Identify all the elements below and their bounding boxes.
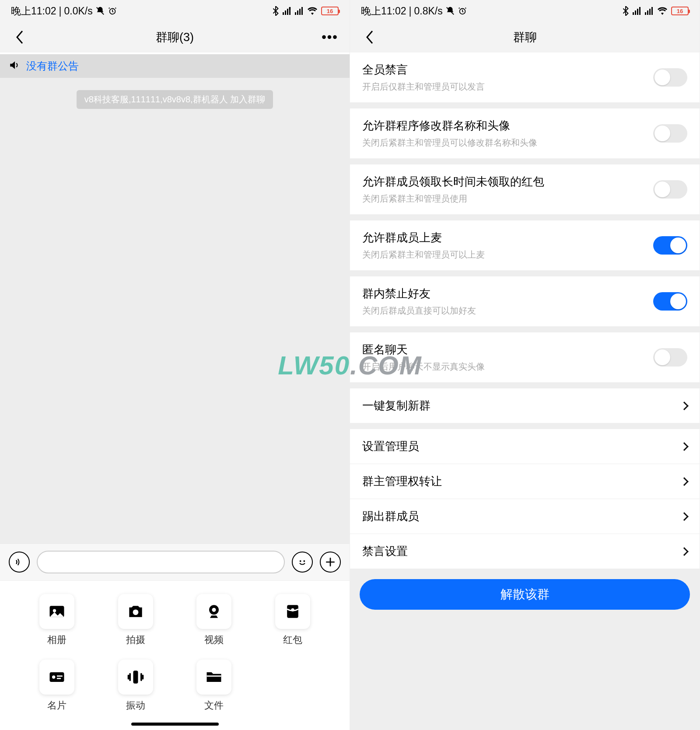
- setting-mute-all: 全员禁言开启后仅群主和管理员可以发言: [350, 52, 700, 102]
- battery-icon: 16: [321, 7, 339, 15]
- signal-icon-2: [645, 7, 654, 15]
- signal-icon: R: [283, 7, 291, 15]
- attach-album[interactable]: 相册: [18, 594, 96, 646]
- svg-rect-34: [649, 9, 651, 15]
- attach-hongbao[interactable]: 红包: [253, 594, 332, 646]
- chat-area: v8科技客服,111111,v8v8v8,群机器人 加入群聊: [0, 78, 350, 543]
- svg-rect-35: [651, 7, 653, 15]
- svg-rect-25: [207, 675, 221, 677]
- back-button[interactable]: [361, 28, 378, 46]
- wifi-icon: [307, 7, 318, 15]
- status-net: 0.8K/s: [414, 5, 443, 17]
- announcement-text: 没有群公告: [26, 59, 79, 73]
- svg-rect-24: [133, 671, 138, 683]
- svg-point-12: [303, 560, 305, 562]
- back-button[interactable]: [11, 28, 28, 46]
- svg-rect-31: [639, 7, 640, 15]
- chevron-right-icon: [680, 477, 689, 486]
- nav-bar: 群聊(3) •••: [0, 22, 350, 52]
- svg-rect-7: [295, 12, 296, 15]
- chevron-right-icon: [680, 442, 689, 451]
- svg-point-17: [212, 608, 216, 612]
- alarm-icon: [108, 6, 117, 16]
- setting-title: 匿名聊天: [362, 342, 653, 357]
- svg-rect-3: [285, 10, 286, 15]
- svg-point-11: [300, 560, 301, 562]
- alarm-icon: [458, 6, 467, 16]
- announcement-bar[interactable]: 没有群公告: [0, 52, 350, 78]
- setting-desc: 关闭后紧群主和管理员可以上麦: [362, 249, 653, 261]
- toggle-anonymous-chat[interactable]: [653, 348, 687, 367]
- link-kick-member[interactable]: 踢出群成员: [350, 499, 700, 534]
- svg-rect-8: [297, 10, 298, 15]
- mute-icon: [95, 6, 105, 16]
- link-set-admin[interactable]: 设置管理员: [350, 429, 700, 464]
- signal-icon: [633, 7, 641, 15]
- toggle-forbid-friend[interactable]: [653, 292, 687, 311]
- status-time: 晚上11:02: [361, 4, 406, 18]
- setting-anonymous-chat: 匿名聊天开启后用户聊天不显示真实头像: [350, 332, 700, 382]
- toggle-allow-edit-name[interactable]: [653, 124, 687, 143]
- setting-title: 允许群程序修改群名称和头像: [362, 118, 653, 133]
- speaker-icon: [9, 59, 20, 73]
- svg-rect-2: [283, 12, 284, 15]
- svg-rect-9: [299, 9, 301, 15]
- status-bar: 晚上11:02 | 0.8K/s 16: [350, 0, 700, 22]
- chevron-right-icon: [680, 402, 689, 410]
- setting-allow-claim-hongbao: 允许群成员领取长时间未领取的红包关闭后紧群主和管理员使用: [350, 164, 700, 214]
- attach-video[interactable]: 视频: [175, 594, 254, 646]
- attachment-panel: 相册 拍摄 视频 红包 名片 振动 文件: [0, 580, 350, 716]
- system-message: v8科技客服,111111,v8v8v8,群机器人 加入群聊: [77, 90, 273, 109]
- camera-icon: [118, 594, 153, 629]
- svg-rect-28: [633, 12, 634, 15]
- home-indicator[interactable]: [131, 723, 219, 726]
- setting-desc: 关闭后群成员直接可以加好友: [362, 305, 653, 317]
- setting-title: 全员禁言: [362, 62, 653, 77]
- setting-title: 群内禁止好友: [362, 286, 653, 301]
- setting-desc: 关闭后紧群主和管理员可以修改群名称和头像: [362, 137, 653, 149]
- page-title: 群聊: [513, 29, 537, 45]
- link-mute-settings[interactable]: 禁言设置: [350, 534, 700, 569]
- setting-title: 允许群成员上麦: [362, 230, 653, 245]
- nav-bar: 群聊: [350, 22, 700, 52]
- setting-desc: 开启后用户聊天不显示真实头像: [362, 361, 653, 373]
- svg-rect-33: [647, 10, 648, 15]
- toggle-mute-all[interactable]: [653, 68, 687, 87]
- attach-vibrate[interactable]: 振动: [96, 660, 175, 712]
- setting-allow-edit-name: 允许群程序修改群名称和头像关闭后紧群主和管理员可以修改群名称和头像: [350, 108, 700, 158]
- svg-rect-29: [635, 10, 636, 15]
- setting-title: 允许群成员领取长时间未领取的红包: [362, 174, 653, 189]
- chevron-right-icon: [680, 547, 689, 556]
- link-transfer-owner[interactable]: 群主管理权转让: [350, 464, 700, 499]
- svg-rect-20: [49, 672, 64, 682]
- message-input[interactable]: [37, 551, 285, 573]
- disband-group-button[interactable]: 解散该群: [360, 579, 690, 610]
- voice-button[interactable]: [9, 552, 30, 573]
- attach-shoot[interactable]: 拍摄: [96, 594, 175, 646]
- svg-rect-23: [57, 678, 61, 679]
- svg-rect-32: [645, 12, 646, 15]
- chevron-right-icon: [680, 512, 689, 521]
- setting-allow-mic: 允许群成员上麦关闭后紧群主和管理员可以上麦: [350, 220, 700, 270]
- svg-point-19: [291, 608, 294, 611]
- svg-point-21: [52, 675, 55, 678]
- attach-file[interactable]: 文件: [175, 660, 254, 712]
- photo-icon: [39, 594, 74, 629]
- attach-card[interactable]: 名片: [18, 660, 96, 712]
- wifi-icon: [657, 7, 668, 15]
- more-button[interactable]: •••: [321, 28, 339, 46]
- toggle-allow-mic[interactable]: [653, 236, 687, 255]
- emoji-button[interactable]: [292, 552, 313, 573]
- setting-desc: 关闭后紧群主和管理员使用: [362, 193, 653, 205]
- settings-list: 全员禁言开启后仅群主和管理员可以发言允许群程序修改群名称和头像关闭后紧群主和管理…: [350, 52, 700, 730]
- toggle-allow-claim-hongbao[interactable]: [653, 180, 687, 199]
- card-icon: [39, 660, 74, 695]
- phone-left-chat: 晚上11:02 | 0.0K/s R 16 群聊(3) ••• 没有群公告 v8…: [0, 0, 350, 730]
- svg-rect-10: [301, 7, 303, 15]
- red-packet-icon: [275, 594, 310, 629]
- plus-button[interactable]: [320, 552, 341, 573]
- link-copy-group[interactable]: 一键复制新群: [350, 388, 700, 423]
- input-bar: [0, 543, 350, 580]
- folder-icon: [196, 660, 231, 695]
- mute-icon: [445, 6, 455, 16]
